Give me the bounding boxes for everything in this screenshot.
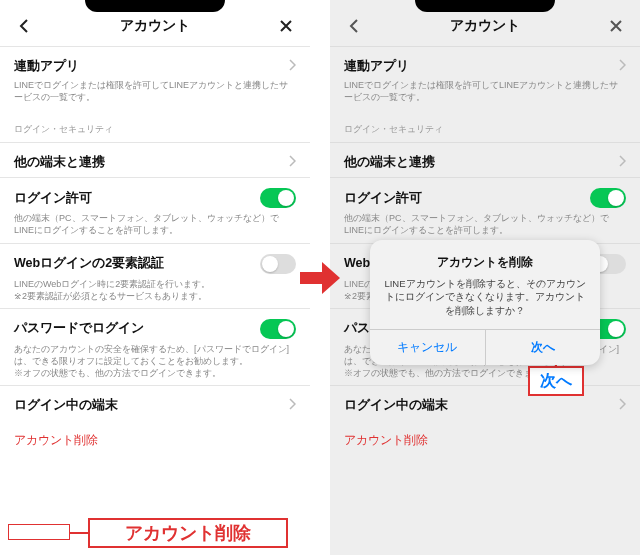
- chevron-right-icon: [618, 153, 626, 171]
- linked-apps-title: 連動アプリ: [14, 58, 79, 75]
- web-2fa-toggle[interactable]: [260, 254, 296, 274]
- callout-connector: [70, 532, 88, 534]
- logged-in-row[interactable]: ログイン中の端末: [330, 385, 640, 420]
- pw-login-row: パスワードでログイン あなたのアカウントの安全を確保するため、[パスワードでログ…: [0, 308, 310, 385]
- close-icon[interactable]: [606, 16, 626, 36]
- other-devices-row[interactable]: 他の端末と連携: [0, 142, 310, 177]
- back-icon[interactable]: [14, 16, 34, 36]
- web-2fa-desc: LINEのWebログイン時に2要素認証を行います。 ※2要素認証が必須となるサー…: [14, 278, 296, 302]
- delete-account-link[interactable]: アカウント削除: [0, 420, 310, 461]
- close-icon[interactable]: [276, 16, 296, 36]
- login-allow-desc: 他の端末（PC、スマートフォン、タブレット、ウォッチなど）でLINEにログインす…: [344, 212, 626, 236]
- chevron-right-icon: [288, 153, 296, 171]
- back-icon[interactable]: [344, 16, 364, 36]
- login-allow-title: ログイン許可: [344, 190, 422, 207]
- pw-login-title: パスワードでログイン: [14, 320, 144, 337]
- callout-source-delete: [8, 524, 70, 540]
- login-allow-desc: 他の端末（PC、スマートフォン、タブレット、ウォッチなど）でLINEにログインす…: [14, 212, 296, 236]
- web-2fa-row: Webログインの2要素認証 LINEのWebログイン時に2要素認証を行います。 …: [0, 243, 310, 308]
- pw-login-toggle[interactable]: [260, 319, 296, 339]
- other-devices-row[interactable]: 他の端末と連携: [330, 142, 640, 177]
- callout-delete-label: アカウント削除: [88, 518, 288, 548]
- callout-next-label: 次へ: [528, 366, 584, 396]
- logged-in-title: ログイン中の端末: [14, 397, 118, 414]
- dialog-next-button[interactable]: 次へ: [485, 330, 601, 365]
- linked-apps-desc: LINEでログインまたは権限を許可してLINEアカウントと連携したサービスの一覧…: [344, 79, 626, 103]
- phone-screen-after: アカウント 連動アプリ LINEでログインまたは権限を許可してLINEアカウント…: [330, 0, 640, 555]
- group-login-security: ログイン・セキュリティ: [330, 109, 640, 142]
- other-devices-title: 他の端末と連携: [14, 154, 105, 171]
- page-title: アカウント: [120, 17, 190, 35]
- login-allow-toggle[interactable]: [260, 188, 296, 208]
- phone-screen-before: アカウント 連動アプリ LINEでログインまたは権限を許可してLINEアカウント…: [0, 0, 310, 555]
- chevron-right-icon: [618, 396, 626, 414]
- chevron-right-icon: [288, 57, 296, 75]
- logged-in-row[interactable]: ログイン中の端末: [0, 385, 310, 420]
- login-allow-toggle[interactable]: [590, 188, 626, 208]
- linked-apps-row[interactable]: 連動アプリ LINEでログインまたは権限を許可してLINEアカウントと連携したサ…: [330, 46, 640, 109]
- linked-apps-row[interactable]: 連動アプリ LINEでログインまたは権限を許可してLINEアカウントと連携したサ…: [0, 46, 310, 109]
- dialog-title: アカウントを削除: [384, 254, 586, 271]
- linked-apps-title: 連動アプリ: [344, 58, 409, 75]
- login-allow-row: ログイン許可 他の端末（PC、スマートフォン、タブレット、ウォッチなど）でLIN…: [330, 177, 640, 242]
- group-login-security: ログイン・セキュリティ: [0, 109, 310, 142]
- chevron-right-icon: [618, 57, 626, 75]
- delete-account-link[interactable]: アカウント削除: [330, 420, 640, 461]
- confirm-dialog: アカウントを削除 LINEアカウントを削除すると、そのアカウントにログインできな…: [370, 240, 600, 365]
- login-allow-row: ログイン許可 他の端末（PC、スマートフォン、タブレット、ウォッチなど）でLIN…: [0, 177, 310, 242]
- chevron-right-icon: [288, 396, 296, 414]
- page-title: アカウント: [450, 17, 520, 35]
- logged-in-title: ログイン中の端末: [344, 397, 448, 414]
- arrow-right-icon: [300, 260, 340, 296]
- web-2fa-title: Webログインの2要素認証: [14, 255, 164, 272]
- login-allow-title: ログイン許可: [14, 190, 92, 207]
- phone-notch: [415, 0, 555, 12]
- phone-notch: [85, 0, 225, 12]
- pw-login-desc: あなたのアカウントの安全を確保するため、[パスワードでログイン]は、できる限りオ…: [14, 343, 296, 379]
- dialog-cancel-button[interactable]: キャンセル: [370, 330, 485, 365]
- dialog-message: LINEアカウントを削除すると、そのアカウントにログインできなくなります。アカウ…: [384, 277, 586, 317]
- other-devices-title: 他の端末と連携: [344, 154, 435, 171]
- linked-apps-desc: LINEでログインまたは権限を許可してLINEアカウントと連携したサービスの一覧…: [14, 79, 296, 103]
